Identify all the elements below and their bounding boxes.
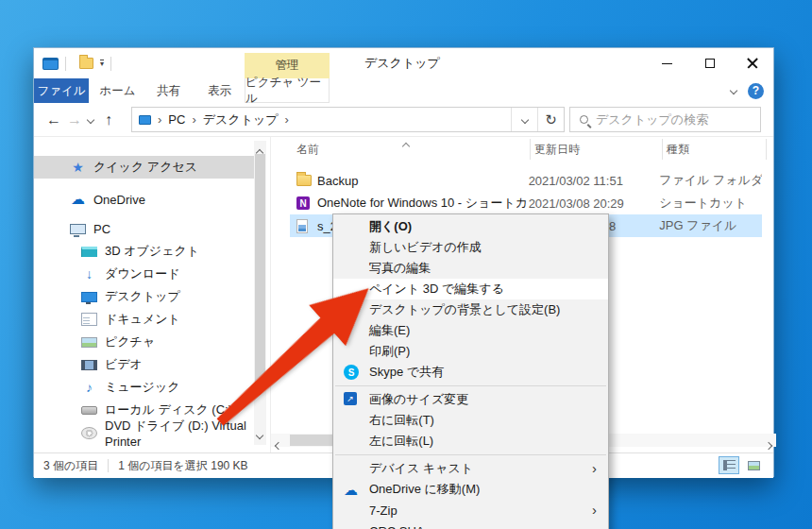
pic-icon [81, 337, 97, 348]
tab-共有[interactable]: 共有 [146, 78, 191, 103]
sidebar-item-label: ローカル ディスク (C:) [105, 401, 232, 418]
forward-button[interactable]: → [67, 103, 82, 137]
menu-item-7-Zip[interactable]: 7-Zip› [333, 500, 608, 520]
menu-item-OneDrive に移動(M)[interactable]: ☁OneDrive に移動(M) [333, 479, 608, 500]
collapse-ribbon-icon[interactable] [730, 87, 737, 94]
details-view-button[interactable] [719, 456, 739, 474]
submenu-arrow-icon: › [592, 522, 597, 529]
sidebar-scrollbar[interactable] [254, 141, 266, 445]
menu-item-label: ペイント 3D で編集する [369, 281, 504, 298]
sidebar-item-PC[interactable]: PC [34, 217, 254, 240]
sidebar-item-デスクトップ[interactable]: デスクトップ [34, 285, 254, 308]
menu-item-新しいビデオの作成[interactable]: 新しいビデオの作成 [333, 237, 608, 258]
separator [110, 57, 111, 71]
menu-item-写真の編集[interactable]: 写真の編集 [333, 258, 608, 279]
search-box[interactable] [569, 107, 761, 132]
breadcrumb-chevron: › [192, 112, 195, 127]
menu-separator [335, 385, 606, 386]
up-button[interactable]: ↑ [105, 103, 112, 137]
window-controls [646, 48, 773, 78]
menu-item-画像のサイズ変更[interactable]: ↗画像のサイズ変更 [333, 389, 608, 410]
search-input[interactable] [596, 112, 747, 127]
menu-item-右に回転(T)[interactable]: 右に回転(T) [333, 410, 608, 431]
sidebar-item-ドキュメント[interactable]: ドキュメント [34, 308, 254, 331]
recent-locations-icon[interactable] [88, 103, 93, 137]
menu-item-label: 7-Zip [369, 503, 398, 518]
address-dropdown-button[interactable] [511, 108, 537, 131]
menu-item-CRC SHA[interactable]: CRC SHA› [333, 520, 608, 529]
menu-item-左に回転(L)[interactable]: 左に回転(L) [333, 431, 608, 452]
back-button[interactable]: ← [46, 103, 61, 137]
sidebar-item-ミュージック[interactable]: ♪ミュージック [34, 376, 254, 399]
sidebar-item-ビデオ[interactable]: ビデオ [34, 353, 254, 376]
refresh-button[interactable]: ↻ [537, 108, 564, 131]
menu-item-開く(O)[interactable]: 開く(O) [333, 216, 608, 237]
cloud-icon: ☁ [70, 191, 86, 208]
chevron-down-icon [520, 115, 528, 123]
sidebar-item-label: ピクチャ [105, 333, 155, 350]
minimize-button[interactable] [646, 48, 688, 78]
sidebar-item-label: ダウンロード [105, 265, 180, 282]
breadcrumb-item[interactable]: PC [168, 112, 185, 127]
cube-icon [81, 247, 97, 257]
file-icon: N [296, 196, 317, 210]
sidebar-item-クイック アクセス[interactable]: ★クイック アクセス [34, 156, 254, 179]
new-folder-icon[interactable] [79, 58, 93, 69]
column-header-更新日時[interactable]: 更新日時 [531, 139, 663, 160]
menu-item-label: 左に回転(L) [369, 433, 433, 450]
menu-item-編集(E)[interactable]: 編集(E) [333, 320, 608, 341]
menu-separator [335, 454, 606, 455]
breadcrumb-chevron: › [285, 112, 289, 127]
desktop: { "window": { "title": "デスクトップ" }, "qat_… [0, 0, 812, 529]
table-row[interactable]: NOneNote for Windows 10 - ショートカット2021/03… [290, 192, 762, 214]
sidebar-item-ダウンロード[interactable]: ↓ダウンロード [34, 263, 254, 285]
menu-item-label: 右に回転(T) [369, 412, 434, 429]
sidebar-item-label: ミュージック [105, 379, 180, 396]
scroll-left-icon[interactable] [275, 442, 282, 450]
menu-item-印刷(P)[interactable]: 印刷(P) [333, 341, 608, 362]
tab-表示[interactable]: 表示 [197, 78, 242, 103]
sidebar-item-DVD ドライブ (D:) Virtual Printer[interactable]: DVD ドライブ (D:) Virtual Printer [34, 421, 254, 444]
menu-item-label: 写真の編集 [369, 260, 431, 277]
customize-qat-icon[interactable]: ▾ [100, 60, 104, 67]
scrollbar-thumb[interactable] [255, 154, 265, 386]
video-icon [81, 360, 97, 370]
sidebar-item-ピクチャ[interactable]: ピクチャ [34, 331, 254, 353]
file-name: OneNote for Windows 10 - ショートカット [317, 195, 529, 212]
help-button[interactable]: ? [748, 83, 764, 99]
thumbnails-view-button[interactable] [743, 456, 764, 474]
menu-item-label: 開く(O) [369, 218, 412, 235]
column-header-名前[interactable]: 名前 [296, 139, 531, 160]
sidebar-item-3D オブジェクト[interactable]: 3D オブジェクト [34, 240, 254, 263]
column-headers: 名前更新日時種類 [271, 139, 767, 160]
address-bar[interactable]: ›PC›デスクトップ› ↻ [131, 107, 565, 132]
menu-item-ペイント 3D で編集する[interactable]: ペイント 3D で編集する [333, 279, 608, 299]
menu-item-Skype で共有[interactable]: SSkype で共有 [333, 362, 608, 383]
disk-icon [81, 406, 97, 415]
submenu-arrow-icon: › [592, 460, 597, 476]
minimize-icon [662, 63, 672, 64]
items-count: 3 個の項目 [43, 458, 98, 474]
search-icon [580, 115, 588, 124]
sidebar-item-OneDrive[interactable]: ☁OneDrive [34, 188, 254, 211]
scroll-down-icon[interactable] [256, 432, 263, 439]
tab-ファイル[interactable]: ファイル [34, 78, 89, 103]
menu-item-label: CRC SHA [369, 524, 425, 529]
close-button[interactable] [731, 48, 773, 78]
menu-item-デスクトップの背景として設定(B)[interactable]: デスクトップの背景として設定(B) [333, 299, 608, 320]
scroll-right-icon[interactable] [765, 442, 772, 450]
tab-ピクチャ ツール[interactable]: ピクチャ ツール [245, 78, 330, 103]
divider [108, 459, 109, 472]
dvd-icon [81, 427, 97, 439]
menu-item-デバイス キャスト[interactable]: デバイス キャスト› [333, 458, 608, 479]
column-header-種類[interactable]: 種類 [663, 139, 767, 160]
file-type: ファイル フォルダー [659, 172, 762, 189]
sidebar-item-label: ドキュメント [105, 311, 180, 328]
title-bar: ▾ 管理 デスクトップ [34, 48, 773, 78]
music-icon: ♪ [81, 380, 97, 395]
breadcrumb-item[interactable]: デスクトップ [203, 111, 279, 128]
maximize-button[interactable] [688, 48, 731, 78]
tab-ホーム[interactable]: ホーム [95, 78, 140, 103]
table-row[interactable]: Backup2021/03/02 11:51ファイル フォルダー [290, 169, 762, 192]
explorer-icon[interactable] [42, 58, 59, 70]
